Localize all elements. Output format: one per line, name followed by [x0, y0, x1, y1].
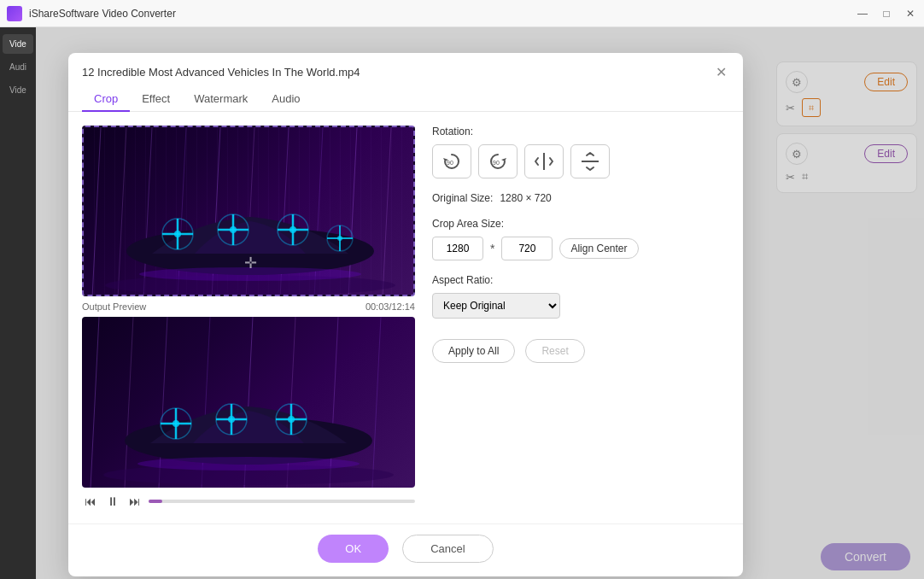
- svg-line-1: [118, 127, 126, 296]
- preview-label-row: Output Preview 00:03/12:14: [82, 301, 415, 312]
- crop-height-input[interactable]: [501, 237, 553, 260]
- dialog-footer: OK Cancel: [68, 523, 743, 576]
- rotate-ccw-90-button[interactable]: 90: [432, 144, 471, 178]
- right-panel: ⚙ Edit ✂ ⌗ ⚙ Edit ✂ ⌗: [36, 27, 924, 579]
- main-layout: Vide Audi Vide ⚙ Edit ✂ ⌗: [0, 27, 924, 579]
- svg-point-20: [230, 226, 237, 233]
- svg-line-0: [92, 127, 101, 296]
- minimize-button[interactable]: —: [856, 7, 869, 20]
- reset-button[interactable]: Reset: [525, 339, 584, 363]
- progress-fill: [149, 500, 162, 503]
- crop-area-label: Crop Area Size:: [432, 218, 729, 230]
- tab-audio[interactable]: Audio: [260, 87, 312, 112]
- rotation-buttons: 90 90: [432, 144, 729, 178]
- sidebar-item-label: Vide: [9, 85, 26, 95]
- tab-effect[interactable]: Effect: [130, 87, 182, 112]
- ok-button[interactable]: OK: [318, 535, 389, 563]
- app-icon: [7, 6, 22, 21]
- input-video-preview: ✛: [82, 126, 415, 296]
- tab-watermark[interactable]: Watermark: [182, 87, 260, 112]
- pause-button[interactable]: ⏸: [104, 493, 121, 510]
- svg-line-2: [143, 127, 152, 296]
- aspect-ratio-label: Aspect Ratio:: [432, 274, 729, 286]
- output-video-preview: [82, 317, 415, 488]
- sidebar-item-label: Vide: [9, 39, 26, 49]
- rotation-group: Rotation: 90: [432, 126, 729, 178]
- svg-line-31: [125, 317, 133, 488]
- dialog-title: 12 Incredible Most Advanced Vehicles In …: [82, 66, 360, 79]
- app-title: iShareSoftware Video Converter: [29, 8, 176, 20]
- svg-point-16: [174, 231, 181, 237]
- svg-point-24: [289, 226, 296, 233]
- apply-to-all-button[interactable]: Apply to All: [432, 339, 515, 363]
- progress-bar[interactable]: [149, 500, 415, 503]
- svg-point-44: [173, 420, 179, 427]
- maximize-button[interactable]: □: [880, 7, 893, 20]
- flip-horizontal-button[interactable]: [524, 144, 564, 178]
- dialog: 12 Incredible Most Advanced Vehicles In …: [68, 53, 743, 576]
- skip-forward-button[interactable]: ⏭: [126, 493, 143, 510]
- crop-area-row: * Align Center: [432, 237, 729, 260]
- svg-line-30: [91, 317, 99, 488]
- align-center-button[interactable]: Align Center: [559, 238, 638, 259]
- skip-back-button[interactable]: ⏮: [82, 493, 99, 510]
- rotate-cw-90-button[interactable]: 90: [478, 144, 518, 178]
- sidebar: Vide Audi Vide: [0, 27, 36, 579]
- cancel-button[interactable]: Cancel: [402, 535, 493, 563]
- svg-point-28: [337, 236, 342, 241]
- svg-point-40: [137, 457, 360, 471]
- title-bar: iShareSoftware Video Converter — □ ✕: [0, 0, 924, 27]
- tab-crop[interactable]: Crop: [82, 87, 130, 112]
- sidebar-item-audio[interactable]: Audi: [3, 57, 33, 77]
- video-car-svg: ✛: [84, 127, 415, 296]
- dialog-body: ✛ Output Preview 00:03/12:14: [68, 112, 743, 523]
- svg-point-52: [288, 416, 295, 423]
- timestamp-label: 00:03/12:14: [366, 301, 415, 312]
- svg-point-48: [228, 416, 235, 423]
- original-size-value: 1280 × 720: [500, 192, 551, 204]
- dialog-tabs: Crop Effect Watermark Audio: [68, 80, 743, 112]
- crop-width-input[interactable]: [432, 237, 483, 260]
- crop-separator: *: [490, 242, 494, 255]
- original-size-label: Original Size:: [432, 192, 493, 204]
- playback-controls: ⏮ ⏸ ⏭: [82, 493, 415, 510]
- sidebar-item-label: Audi: [9, 62, 26, 72]
- flip-vertical-button[interactable]: [570, 144, 610, 178]
- svg-line-8: [348, 127, 357, 296]
- title-bar-left: iShareSoftware Video Converter: [7, 6, 176, 21]
- title-bar-controls: — □ ✕: [856, 7, 917, 20]
- aspect-ratio-select[interactable]: Keep Original 16:9 4:3 1:1 9:16: [432, 293, 560, 319]
- dialog-header: 12 Incredible Most Advanced Vehicles In …: [68, 53, 743, 80]
- dialog-close-button[interactable]: ✕: [712, 63, 729, 80]
- crop-area-group: Crop Area Size: * Align Center: [432, 218, 729, 260]
- svg-line-37: [372, 317, 381, 488]
- svg-line-9: [383, 127, 391, 296]
- output-video-svg: [82, 317, 415, 488]
- sidebar-item-video[interactable]: Vide: [3, 34, 33, 54]
- svg-text:✛: ✛: [244, 254, 257, 272]
- output-preview-label: Output Preview: [82, 301, 146, 312]
- aspect-ratio-group: Aspect Ratio: Keep Original 16:9 4:3 1:1…: [432, 274, 729, 319]
- settings-panel: Rotation: 90: [432, 126, 729, 510]
- video-panel: ✛ Output Preview 00:03/12:14: [82, 126, 415, 510]
- sidebar-item-video2[interactable]: Vide: [3, 80, 33, 100]
- svg-text:90: 90: [447, 160, 453, 166]
- action-row: Apply to All Reset: [432, 339, 729, 363]
- original-size-row: Original Size: 1280 × 720: [432, 192, 729, 204]
- rotation-label: Rotation:: [432, 126, 729, 137]
- close-app-button[interactable]: ✕: [904, 7, 917, 20]
- svg-text:90: 90: [493, 160, 500, 166]
